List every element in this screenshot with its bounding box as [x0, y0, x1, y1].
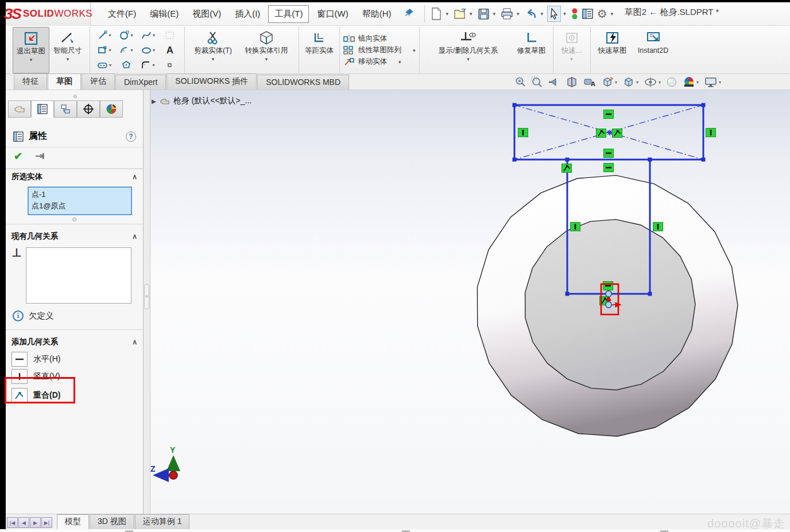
relation-badge-horizontal[interactable] [604, 164, 614, 172]
linear-pattern-caret[interactable]: ▾ [413, 48, 416, 53]
view-annotations-icon[interactable]: A [583, 76, 596, 88]
print-button[interactable] [499, 6, 514, 21]
tree-expand-icon[interactable]: ▶ [152, 98, 156, 104]
trim-entities-caret[interactable]: ▾ [212, 56, 215, 62]
open-button[interactable] [452, 6, 467, 21]
apply-scene-caret[interactable]: ▾ [696, 80, 699, 85]
tab-dimxpert[interactable]: DimXpert [115, 75, 166, 90]
menu-view[interactable]: 视图(V) [187, 6, 227, 22]
fillet-tool-caret[interactable]: ▾ [152, 63, 154, 68]
relation-badge-coincident[interactable] [562, 164, 572, 173]
relation-badge-vertical[interactable] [653, 223, 663, 231]
trim-entities-button[interactable]: 剪裁实体(T) ▾ [188, 27, 238, 73]
last-tab-button[interactable]: ▶| [41, 517, 52, 528]
existing-relations-list[interactable] [26, 247, 131, 304]
open-caret[interactable]: ▾ [470, 11, 473, 17]
midpoint-vertex[interactable] [606, 291, 611, 297]
add-relations-header[interactable]: 添加几何关系 ∧ [6, 332, 143, 351]
menu-insert[interactable]: 插入(I) [229, 6, 266, 22]
tab-features[interactable]: 特征 [14, 73, 47, 90]
relation-badge-vertical[interactable] [518, 129, 528, 137]
horizontal-relation-button[interactable]: 水平(H) [6, 351, 143, 368]
view-settings-caret[interactable]: ▾ [719, 80, 721, 85]
selected-entities-header[interactable]: 所选实体 ∧ [6, 167, 143, 185]
coincident-relation-button[interactable]: 重合(D) [6, 385, 143, 406]
point-tool[interactable] [159, 58, 181, 73]
move-entities-button[interactable]: 移动实体 ▾ [343, 57, 416, 67]
view-orientation-caret[interactable]: ▾ [615, 80, 617, 85]
display-relations-caret[interactable]: ▾ [467, 56, 470, 62]
panel-splitter-dot[interactable] [73, 95, 77, 98]
spline-tool[interactable]: ▾ [137, 28, 159, 43]
fillet-tool[interactable]: ▾ [137, 58, 159, 73]
graphics-viewport[interactable]: ▶ 枪身 (默认<<默认>_... YZ [150, 90, 790, 514]
menu-file[interactable]: 文件(F) [102, 6, 142, 22]
convert-entities-button[interactable]: 转换实体引用 ▾ [238, 27, 295, 73]
ellipse-tool[interactable]: ▾ [137, 43, 159, 58]
splitter-handle[interactable] [144, 284, 149, 309]
display-delete-relations-button[interactable]: 显示/删除几何关系 ▾ [423, 27, 514, 73]
arc-tool-caret[interactable]: ▾ [130, 48, 133, 53]
rectangle-tool[interactable]: ▾ [94, 43, 115, 58]
pin-menu-icon[interactable] [405, 8, 414, 20]
prev-tab-button[interactable]: ◀ [18, 517, 29, 528]
text-tool[interactable]: A [159, 43, 181, 58]
slot-tool-caret[interactable]: ▾ [109, 63, 111, 68]
move-entities-caret[interactable]: ▾ [398, 59, 401, 65]
sketch-plane-tool[interactable] [159, 28, 181, 43]
ellipse-tool-caret[interactable]: ▾ [153, 48, 155, 53]
smart-dimension-caret[interactable]: ▾ [67, 56, 69, 62]
new-document-button[interactable] [429, 6, 443, 22]
edit-appearance-icon[interactable] [666, 76, 677, 88]
line-tool[interactable]: ▾ [94, 28, 115, 43]
rapid-button[interactable]: 快速... ▾ [557, 27, 587, 73]
exit-sketch-caret[interactable]: ▾ [30, 57, 33, 63]
tab-sketch[interactable]: 草图 [48, 73, 81, 90]
relation-badge-horizontal[interactable] [604, 110, 614, 119]
slot-tool[interactable]: ▾ [94, 58, 115, 73]
first-tab-button[interactable]: |◀ [7, 517, 18, 528]
view-settings-icon[interactable]: ▾ [704, 76, 721, 88]
flyout-feature-tree[interactable]: ▶ 枪身 (默认<<默认>_... [152, 96, 251, 106]
rapid-sketch-button[interactable]: 快速草图 [594, 27, 631, 73]
hide-show-items-icon[interactable]: ▾ [644, 76, 661, 88]
spline-tool-caret[interactable]: ▾ [153, 33, 155, 38]
vertical-relation-button[interactable]: 竖直(V) [6, 368, 143, 385]
save-caret[interactable]: ▾ [493, 11, 496, 17]
previous-view-icon[interactable] [548, 76, 560, 88]
zoom-fit-icon[interactable] [514, 76, 526, 88]
section-view-icon[interactable] [566, 76, 578, 88]
keep-visible-pin-icon[interactable] [35, 152, 45, 160]
view-orientation-icon[interactable]: ▾ [601, 76, 617, 88]
tab-solidworks-mbd[interactable]: SOLIDWORKS MBD [257, 75, 349, 90]
relation-badge-coincident[interactable] [597, 129, 606, 138]
tab-evaluate[interactable]: 评估 [82, 73, 115, 90]
existing-relations-collapse-icon[interactable]: ∧ [132, 232, 137, 240]
display-style-caret[interactable]: ▾ [636, 80, 638, 85]
selected-item[interactable]: 点1@原点 [32, 200, 128, 212]
menu-tools[interactable]: 工具(T) [268, 5, 309, 23]
dimxpertmanager-tab[interactable] [77, 100, 100, 118]
add-relations-collapse-icon[interactable]: ∧ [132, 338, 137, 346]
model-tab[interactable]: 模型 [57, 514, 89, 529]
undo-caret[interactable]: ▾ [541, 11, 544, 17]
line-tool-caret[interactable]: ▾ [109, 33, 111, 38]
help-icon[interactable]: ? [126, 131, 136, 142]
polygon-tool[interactable] [115, 58, 137, 73]
zoom-area-icon[interactable] [531, 76, 543, 88]
selected-item[interactable]: 点-1 [32, 189, 128, 200]
arc-tool[interactable]: ▾ [115, 43, 137, 58]
smart-dimension-button[interactable]: 智能尺寸 ▾ [49, 27, 86, 73]
motion-study-tab[interactable]: 运动算例 1 [135, 514, 190, 529]
apply-scene-icon[interactable]: ▾ [683, 76, 699, 88]
selected-entities-list[interactable]: 点-1 点1@原点 [28, 187, 132, 215]
relation-badge-horizontal[interactable] [603, 282, 613, 290]
offset-entities-button[interactable]: 等距实体 [303, 27, 336, 73]
section-resize-handle[interactable] [72, 218, 76, 222]
save-button[interactable] [477, 6, 491, 22]
relation-badge-coincident[interactable] [613, 129, 622, 138]
circle-tool-caret[interactable]: ▾ [130, 33, 133, 38]
convert-entities-caret[interactable]: ▾ [265, 56, 268, 62]
instant2d-button[interactable]: Instant2D [631, 27, 676, 73]
print-caret[interactable]: ▾ [517, 11, 520, 17]
